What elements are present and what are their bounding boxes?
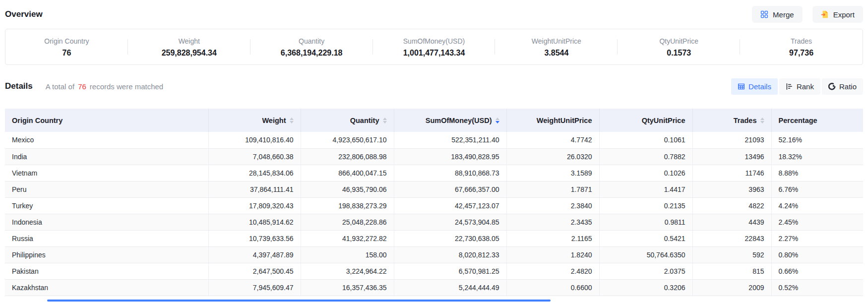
table-cell: 6.76% — [771, 181, 863, 197]
tab-rank[interactable]: Rank — [779, 78, 820, 95]
table-cell: 0.1026 — [599, 165, 692, 181]
total-suffix: records were matched — [90, 82, 163, 91]
column-label: SumOfMoney(USD) — [426, 117, 492, 124]
table-cell: 4,397,487.89 — [208, 246, 301, 263]
table-cell: 7,048,660.38 — [208, 148, 301, 165]
overview-stat-quantity: Quantity6,368,194,229.18 — [250, 36, 373, 58]
table-cell: 4,923,650,617.10 — [301, 132, 394, 148]
stat-value: 0.1573 — [618, 49, 740, 58]
table-cell: 13496 — [692, 148, 771, 165]
table-cell: 28,145,834.06 — [208, 165, 301, 181]
table-cell: 0.6600 — [506, 279, 599, 296]
column-header-qtyunitprice: QtyUnitPrice — [599, 109, 692, 132]
table-cell: 0.2135 — [599, 197, 692, 214]
tab-ratio[interactable]: Ratio — [822, 78, 863, 95]
stat-value: 259,828,954.34 — [128, 49, 250, 58]
overview-stat-sumofmoney-usd: SumOfMoney(USD)1,001,477,143.34 — [373, 36, 496, 58]
table-cell: 0.1061 — [599, 132, 692, 148]
stat-value: 3.8544 — [495, 49, 618, 58]
table-cell: 1.7871 — [506, 181, 599, 197]
stat-label: QtyUnitPrice — [618, 37, 740, 45]
origin-country-cell: Russia — [5, 230, 208, 246]
table-cell: 52.16% — [771, 132, 863, 148]
table-cell: 109,410,816.40 — [208, 132, 301, 148]
table-cell: 16,357,436.35 — [301, 279, 394, 296]
ratio-donut-icon — [828, 83, 836, 90]
table-cell: 4.7742 — [506, 132, 599, 148]
merge-button[interactable]: Merge — [752, 6, 803, 23]
table-cell: 8.88% — [771, 165, 863, 181]
table-cell: 18.32% — [771, 148, 863, 165]
table-cell: 1.8240 — [506, 246, 599, 263]
table-cell: 0.9811 — [599, 214, 692, 230]
stat-label: WeightUnitPrice — [495, 37, 618, 45]
table-cell: 46,935,790.06 — [301, 181, 394, 197]
overview-stat-origin-country: Origin Country76 — [5, 36, 128, 58]
column-header-sumofmoney-usd[interactable]: SumOfMoney(USD) — [394, 109, 506, 132]
table-cell: 0.7882 — [599, 148, 692, 165]
column-header-percentage: Percentage — [771, 109, 863, 132]
table-cell: 7,945,609.47 — [208, 279, 301, 296]
merge-button-label: Merge — [773, 10, 794, 19]
table-cell: 24,573,904.85 — [394, 214, 506, 230]
table-body: Mexico109,410,816.404,923,650,617.10522,… — [5, 132, 863, 296]
table-cell: 2.4820 — [506, 263, 599, 279]
export-button[interactable]: Export — [812, 6, 863, 23]
page-title: Overview — [5, 9, 43, 19]
table-cell: 22843 — [692, 230, 771, 246]
table-cell: 41,932,272.82 — [301, 230, 394, 246]
table-row: Peru37,864,111.4146,935,790.0667,666,357… — [5, 181, 863, 197]
stat-label: Trades — [740, 37, 863, 45]
table-row: Russia10,739,633.5641,932,272.8222,730,6… — [5, 230, 863, 246]
sort-caret-icon — [496, 118, 499, 123]
table-cell: 866,400,047.15 — [301, 165, 394, 181]
column-label: Trades — [734, 117, 757, 124]
export-button-label: Export — [833, 10, 855, 19]
origin-country-cell: Peru — [5, 181, 208, 197]
table-row: India7,048,660.38232,806,088.98183,490,8… — [5, 148, 863, 165]
table-header-row: Origin CountryWeightQuantitySumOfMoney(U… — [5, 109, 863, 132]
origin-country-cell: Vietnam — [5, 165, 208, 181]
overview-stat-trades: Trades97,736 — [740, 36, 863, 58]
horizontal-scrollbar-thumb[interactable] — [47, 300, 551, 302]
table-cell: 198,838,273.29 — [301, 197, 394, 214]
table-cell: 0.66% — [771, 263, 863, 279]
origin-country-cell: India — [5, 148, 208, 165]
table-cell: 522,351,211.40 — [394, 132, 506, 148]
top-bar: Overview Merge Export — [5, 0, 863, 29]
sort-caret-icon — [383, 118, 387, 123]
rank-chart-icon — [786, 83, 793, 90]
table-row: Vietnam28,145,834.06866,400,047.1588,910… — [5, 165, 863, 181]
overview-stat-weight: Weight259,828,954.34 — [128, 36, 250, 58]
column-label: WeightUnitPrice — [537, 117, 592, 124]
tab-label: Rank — [797, 82, 814, 91]
table-cell: 0.52% — [771, 279, 863, 296]
table-cell: 17,809,320.43 — [208, 197, 301, 214]
details-title: Details — [5, 81, 33, 91]
sort-caret-icon — [760, 118, 764, 123]
column-header-quantity[interactable]: Quantity — [301, 109, 394, 132]
tab-details[interactable]: Details — [731, 78, 778, 95]
column-label: Quantity — [350, 117, 379, 124]
view-switcher-tabs: DetailsRankRatio — [731, 78, 863, 95]
sort-caret-icon — [290, 118, 294, 123]
table-cell: 0.80% — [771, 246, 863, 263]
table-cell: 2.1165 — [506, 230, 599, 246]
table-row: Pakistan2,647,500.453,224,964.226,570,98… — [5, 263, 863, 279]
column-header-trades[interactable]: Trades — [692, 109, 771, 132]
record-count: 76 — [78, 82, 86, 91]
table-row: Indonesia10,485,914.6225,048,228.8624,57… — [5, 214, 863, 230]
column-header-weight[interactable]: Weight — [208, 109, 301, 132]
table-cell: 37,864,111.41 — [208, 181, 301, 197]
tab-label: Ratio — [839, 82, 857, 91]
table-cell: 183,490,828.95 — [394, 148, 506, 165]
column-header-weightunitprice: WeightUnitPrice — [506, 109, 599, 132]
origin-country-cell: Kazakhstan — [5, 279, 208, 296]
tab-label: Details — [748, 82, 771, 91]
table-cell: 88,910,868.73 — [394, 165, 506, 181]
table-cell: 2.27% — [771, 230, 863, 246]
table-cell: 42,457,123.07 — [394, 197, 506, 214]
table-row: Kazakhstan7,945,609.4716,357,436.355,244… — [5, 279, 863, 296]
table-cell: 0.5421 — [599, 230, 692, 246]
table-cell: 2.3435 — [506, 214, 599, 230]
